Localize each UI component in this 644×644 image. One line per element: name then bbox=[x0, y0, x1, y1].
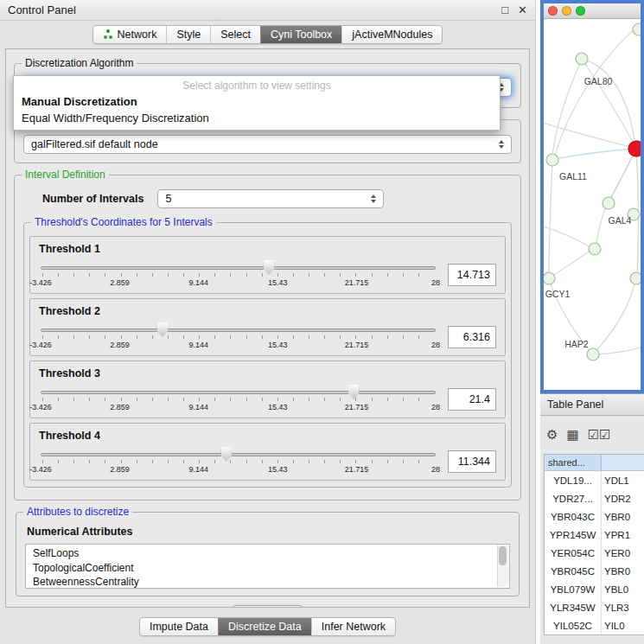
group-title-algorithm: Discretization Algorithm bbox=[22, 57, 137, 69]
table-data-combobox[interactable]: galFiltered.sif default node bbox=[23, 135, 512, 154]
table-cell: YER054C bbox=[545, 544, 602, 562]
table-row[interactable]: YDR27...YDR2 bbox=[545, 489, 644, 507]
table-cell: YLR3 bbox=[602, 598, 644, 616]
tab-infer-network[interactable]: Infer Network bbox=[311, 618, 395, 635]
threshold-slider[interactable]: -3.4262.8599.14415.4321.71528 bbox=[39, 258, 437, 292]
attribute-item[interactable]: TopologicalCoefficient bbox=[26, 561, 509, 576]
slider-scale-label: 21.715 bbox=[345, 341, 369, 349]
dropdown-option-equal-width-frequency-discretization[interactable]: Equal Width/Frequency Discretization bbox=[14, 110, 500, 126]
mac-zoom-button[interactable] bbox=[576, 6, 585, 16]
table-cell: YBL0 bbox=[602, 580, 644, 598]
top-tabbar: NetworkStyleSelectCyni ToolboxjActiveMNo… bbox=[0, 21, 535, 48]
threshold-row: -3.4262.8599.14415.4321.715286.316 bbox=[37, 320, 498, 354]
slider-scale: -3.4262.8599.14415.4321.71528 bbox=[41, 465, 436, 475]
mac-close-button[interactable] bbox=[548, 6, 558, 16]
float-window-icon[interactable]: □ bbox=[501, 3, 508, 16]
node-table: shared...YDL19...YDL1YDR27...YDR2YBR043C… bbox=[544, 454, 644, 635]
table-row[interactable]: YPR145WYPR1 bbox=[545, 526, 644, 544]
network-node[interactable] bbox=[576, 53, 588, 65]
number-of-intervals-row: Number of Intervals 5 bbox=[42, 189, 513, 208]
network-graph: GAL80GAL11GAL4GCY1HAP2 bbox=[544, 19, 641, 390]
apply-button[interactable]: Apply bbox=[232, 605, 303, 608]
threshold-slider[interactable]: -3.4262.8599.14415.4321.71528 bbox=[39, 444, 437, 479]
table-row[interactable]: YBR043CYBR0 bbox=[545, 507, 644, 526]
list-scrollbar[interactable] bbox=[497, 545, 508, 587]
network-edge bbox=[596, 205, 607, 248]
attribute-item[interactable]: BetweennessCentrality bbox=[26, 575, 509, 589]
slider-scale-label: 15.43 bbox=[268, 278, 288, 287]
network-node[interactable] bbox=[603, 197, 615, 209]
column-layout-icon[interactable]: ▦ bbox=[566, 428, 578, 441]
network-node[interactable] bbox=[544, 272, 555, 284]
tab-network[interactable]: Network bbox=[93, 26, 167, 43]
tab-style[interactable]: Style bbox=[166, 26, 210, 43]
tab-label: Style bbox=[176, 29, 201, 41]
tab-impute-data[interactable]: Impute Data bbox=[140, 618, 218, 635]
list-scrollbar-thumb[interactable] bbox=[499, 546, 507, 565]
table-cell: YIL052C bbox=[545, 616, 602, 634]
tab-jactivemnodules[interactable]: jActiveMNodules bbox=[341, 26, 442, 43]
thresholds-list: Threshold 1-3.4262.8599.14415.4321.71528… bbox=[29, 236, 506, 481]
tab-cyni-toolbox[interactable]: Cyni Toolbox bbox=[260, 26, 341, 43]
attribute-item[interactable]: SelfLoops bbox=[26, 546, 509, 561]
table-cell: YBR045C bbox=[545, 562, 602, 580]
slider-scale-label: 28 bbox=[431, 465, 440, 474]
close-window-icon[interactable]: ✕ bbox=[518, 3, 527, 16]
interval-definition-group: Interval Definition Number of Intervals … bbox=[14, 175, 521, 501]
column-header[interactable]: shared... bbox=[545, 455, 602, 470]
table-row[interactable]: YER054CYER0 bbox=[545, 544, 644, 562]
slider-ticks bbox=[42, 460, 434, 463]
slider-scale-label: -3.426 bbox=[29, 403, 52, 411]
network-node[interactable] bbox=[546, 154, 558, 166]
slider-scale-label: 15.43 bbox=[268, 341, 288, 349]
threshold-slider[interactable]: -3.4262.8599.14415.4321.71528 bbox=[39, 382, 437, 417]
network-node-label: GAL80 bbox=[584, 76, 613, 86]
network-node[interactable] bbox=[589, 243, 601, 255]
slider-ticks bbox=[42, 335, 434, 339]
network-node-label: GAL11 bbox=[559, 171, 587, 182]
bottom-tabs: Impute DataDiscretize DataInfer Network bbox=[139, 617, 396, 636]
network-node[interactable] bbox=[630, 272, 641, 284]
slider-scale-label: -3.426 bbox=[29, 465, 52, 474]
slider-scale-label: 9.144 bbox=[189, 341, 209, 349]
table-row[interactable]: YIL052CYIL0 bbox=[545, 616, 644, 634]
table-cell: YDR2 bbox=[602, 489, 644, 507]
threshold-value-field[interactable]: 14.713 bbox=[448, 264, 496, 286]
column-visibility-icon[interactable]: ☑☑ bbox=[588, 428, 611, 441]
dropdown-option-manual-discretization[interactable]: Manual Discretization bbox=[14, 93, 500, 110]
threshold-slider[interactable]: -3.4262.8599.14415.4321.71528 bbox=[39, 320, 437, 354]
tab-label: Network bbox=[118, 29, 157, 41]
tab-discretize-data[interactable]: Discretize Data bbox=[218, 618, 311, 635]
table-panel-toolbar: ⚙▦☑☑ bbox=[544, 423, 644, 445]
column-header[interactable] bbox=[602, 455, 644, 470]
network-canvas[interactable]: GAL80GAL11GAL4GCY1HAP2 bbox=[544, 19, 641, 390]
network-node[interactable] bbox=[633, 23, 641, 35]
table-row[interactable]: YBL079WYBL0 bbox=[545, 580, 644, 598]
threshold-value-field[interactable]: 6.316 bbox=[448, 326, 496, 348]
table-cell: YBR043C bbox=[545, 507, 602, 526]
num-intervals-combobox[interactable]: 5 bbox=[157, 189, 384, 208]
network-node[interactable] bbox=[587, 348, 599, 360]
dropdown-options: Manual DiscretizationEqual Width/Frequen… bbox=[14, 93, 500, 126]
control-panel-titlebar: Control Panel □ ✕ bbox=[0, 0, 535, 21]
slider-scale: -3.4262.8599.14415.4321.71528 bbox=[41, 341, 436, 351]
tab-select[interactable]: Select bbox=[210, 26, 260, 43]
stepper-arrows-icon bbox=[499, 140, 504, 149]
threshold-value-field[interactable]: 11.344 bbox=[448, 450, 496, 473]
network-edge bbox=[582, 59, 635, 147]
slider-track bbox=[41, 453, 436, 456]
settings-gear-icon[interactable]: ⚙ bbox=[546, 428, 558, 441]
mac-minimize-button[interactable] bbox=[562, 6, 571, 16]
slider-scale-label: 15.43 bbox=[268, 403, 288, 411]
slider-ticks bbox=[42, 273, 434, 277]
threshold-panel-threshold-4: Threshold 4-3.4262.8599.14415.4321.71528… bbox=[29, 423, 506, 481]
threshold-value-field[interactable]: 21.4 bbox=[448, 388, 496, 411]
table-data-combobox-value: galFiltered.sif default node bbox=[31, 138, 158, 150]
network-node-selected[interactable] bbox=[628, 141, 641, 156]
table-row[interactable]: YDL19...YDL1 bbox=[545, 471, 644, 489]
number-of-intervals-label: Number of Intervals bbox=[42, 193, 143, 205]
tab-label: Cyni Toolbox bbox=[271, 29, 332, 41]
table-row[interactable]: YBR045CYBR0 bbox=[545, 562, 644, 580]
table-row[interactable]: YLR345WYLR3 bbox=[545, 598, 644, 616]
network-edge bbox=[554, 24, 641, 157]
